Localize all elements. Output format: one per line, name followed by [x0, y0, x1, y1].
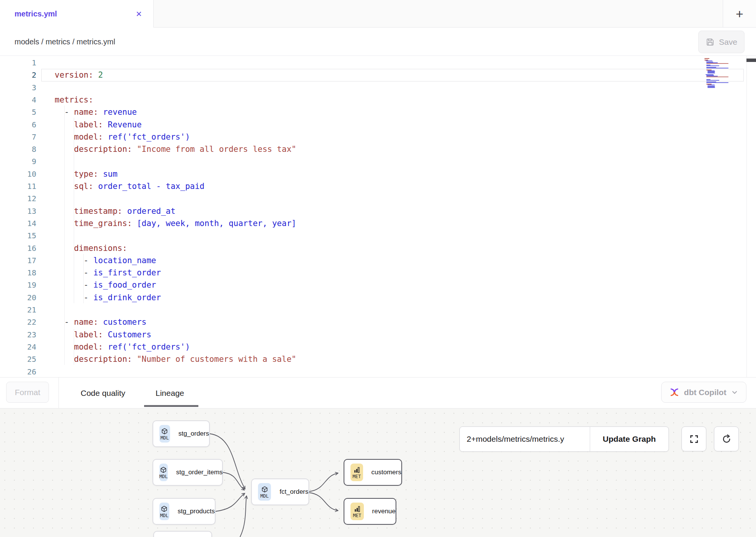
line-number: 21 — [0, 304, 36, 316]
node-label: stg_products — [178, 508, 215, 515]
minimap-line — [706, 68, 728, 68]
lineage-node-stg_order_items[interactable]: MDLstg_order_items — [152, 459, 223, 486]
code-line-21[interactable]: 21 — [0, 304, 756, 316]
tab-metrics-yml[interactable]: metrics.yml × — [0, 0, 154, 28]
line-number: 9 — [0, 155, 36, 168]
line-number: 15 — [0, 229, 36, 242]
close-icon[interactable]: × — [136, 9, 142, 19]
tab-code-quality[interactable]: Code quality — [81, 378, 125, 408]
tab-lineage[interactable]: Lineage — [156, 378, 184, 408]
save-label: Save — [719, 37, 737, 47]
lineage-node-partial[interactable] — [153, 531, 212, 537]
lineage-node-stg_orders[interactable]: MDLstg_orders — [152, 420, 210, 447]
code-line-17[interactable]: 17 - location_name — [0, 254, 756, 267]
graph-selector-input[interactable] — [460, 427, 590, 451]
format-button[interactable]: Format — [6, 382, 49, 403]
code-text: sql: order_total - tax_paid — [55, 180, 204, 193]
code-text: - is_drink_order — [55, 291, 161, 304]
chevron-down-icon — [731, 389, 738, 396]
code-line-3[interactable]: 3 — [0, 81, 756, 94]
cube-icon: MDL — [159, 503, 169, 520]
minimap-line — [706, 82, 728, 83]
code-text: model: ref('fct_orders') — [55, 131, 190, 143]
line-number: 2 — [0, 69, 36, 81]
code-text: label: Revenue — [55, 119, 142, 131]
code-line-20[interactable]: 20 - is_drink_order — [0, 291, 756, 304]
line-number: 13 — [0, 205, 36, 218]
line-number: 14 — [0, 217, 36, 230]
code-text: dimensions: — [55, 242, 127, 255]
lineage-node-stg_products[interactable]: MDLstg_products — [152, 498, 216, 525]
bar-chart-icon: MET — [350, 503, 364, 520]
save-icon — [706, 37, 715, 47]
line-number: 26 — [0, 366, 36, 378]
fullscreen-button[interactable] — [681, 426, 706, 451]
tab-strip-empty — [154, 0, 723, 28]
line-number: 20 — [0, 291, 36, 304]
code-line-13[interactable]: 13 timestamp: ordered_at — [0, 205, 756, 218]
line-number: 5 — [0, 106, 36, 119]
fullscreen-icon — [689, 434, 699, 444]
code-line-16[interactable]: 16 dimensions: — [0, 242, 756, 255]
code-line-2[interactable]: 2version: 2 — [0, 69, 756, 81]
code-text: description: "Number of customers with a… — [55, 353, 296, 366]
scrollbar-thumb[interactable] — [746, 59, 756, 62]
code-line-23[interactable]: 23 label: Customers — [0, 329, 756, 341]
lineage-node-customers[interactable]: METcustomers — [344, 459, 402, 486]
code-line-24[interactable]: 24 model: ref('fct_orders') — [0, 341, 756, 353]
code-text: timestamp: ordered_at — [55, 205, 175, 218]
line-number: 11 — [0, 180, 36, 193]
code-line-4[interactable]: 4metrics: — [0, 94, 756, 106]
code-line-1[interactable]: 1 — [0, 57, 756, 69]
line-number: 16 — [0, 242, 36, 255]
refresh-button[interactable] — [714, 426, 739, 451]
code-line-8[interactable]: 8 description: "Income from all orders l… — [0, 143, 756, 156]
lineage-node-fct_orders[interactable]: MDLfct_orders — [251, 478, 309, 505]
badge-type-label: MDL — [160, 513, 169, 518]
cube-icon: MDL — [159, 464, 168, 481]
code-line-9[interactable]: 9 — [0, 155, 756, 168]
save-button[interactable]: Save — [698, 31, 745, 53]
code-editor[interactable]: 12version: 234metrics:5 - name: revenue6… — [0, 56, 756, 377]
line-number: 17 — [0, 254, 36, 267]
code-line-22[interactable]: 22 - name: customers — [0, 316, 756, 329]
code-line-19[interactable]: 19 - is_food_order — [0, 279, 756, 291]
code-line-11[interactable]: 11 sql: order_total - tax_paid — [0, 180, 756, 193]
code-text: - name: customers — [55, 316, 146, 329]
lineage-canvas[interactable]: Update Graph MDLstg_ordersMDLstg_order_i… — [0, 408, 756, 537]
cube-icon: MDL — [159, 425, 170, 443]
refresh-icon — [721, 434, 732, 444]
scrollbar-track — [746, 56, 747, 377]
plus-icon: + — [736, 7, 743, 20]
code-line-18[interactable]: 18 - is_first_order — [0, 267, 756, 279]
line-number: 10 — [0, 168, 36, 181]
new-tab-button[interactable]: + — [723, 0, 756, 28]
minimap-line — [706, 65, 719, 66]
lineage-node-revenue[interactable]: METrevenue — [344, 498, 396, 525]
line-number: 24 — [0, 341, 36, 353]
code-line-25[interactable]: 25 description: "Number of customers wit… — [0, 353, 756, 366]
update-graph-button[interactable]: Update Graph — [590, 427, 668, 451]
dbt-copilot-button[interactable]: dbt Copilot — [661, 382, 746, 403]
badge-type-label: MET — [352, 474, 361, 479]
code-text: type: sum — [55, 168, 117, 181]
code-text: - is_food_order — [55, 279, 156, 291]
code-line-7[interactable]: 7 model: ref('fct_orders') — [0, 131, 756, 143]
active-tab-underline — [144, 405, 198, 407]
minimap-line — [706, 80, 719, 81]
code-text: version: 2 — [55, 69, 103, 81]
code-line-6[interactable]: 6 label: Revenue — [0, 119, 756, 131]
code-text: - name: revenue — [55, 106, 137, 119]
code-line-10[interactable]: 10 type: sum — [0, 168, 756, 181]
code-line-12[interactable]: 12 — [0, 192, 756, 205]
code-line-26[interactable]: 26 — [0, 366, 756, 378]
code-line-14[interactable]: 14 time_grains: [day, week, month, quart… — [0, 217, 756, 230]
line-number: 12 — [0, 192, 36, 205]
node-label: revenue — [372, 508, 396, 515]
graph-selector-group: Update Graph — [459, 426, 669, 452]
code-line-15[interactable]: 15 — [0, 229, 756, 242]
line-number: 4 — [0, 94, 36, 106]
code-line-5[interactable]: 5 - name: revenue — [0, 106, 756, 119]
copilot-label: dbt Copilot — [684, 388, 727, 397]
line-number: 18 — [0, 267, 36, 279]
